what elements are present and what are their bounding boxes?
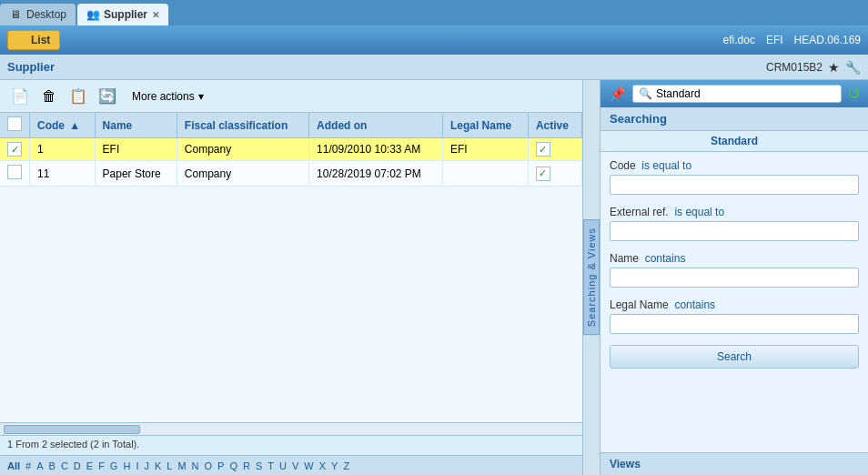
status-bar: 1 From 2 selected (2 in Total). (0, 435, 582, 455)
table-header-row: Code ▲ Name Fiscal classification Added … (0, 113, 582, 138)
alpha-d[interactable]: D (72, 460, 83, 471)
alpha-j[interactable]: J (142, 460, 151, 471)
col-active[interactable]: Active (528, 113, 581, 138)
new-button[interactable]: 📄 (7, 85, 33, 108)
alpha-v[interactable]: V (290, 460, 300, 471)
legal-name-label: Legal Name contains (610, 298, 859, 311)
alpha-s[interactable]: S (254, 460, 264, 471)
alpha-b[interactable]: B (47, 460, 57, 471)
refresh-list-button[interactable]: 🔄 (95, 85, 120, 108)
alpha-f[interactable]: F (96, 460, 106, 471)
alpha-hash[interactable]: # (24, 460, 33, 471)
search-button-label: Search (717, 350, 752, 363)
efi-label[interactable]: EFI (766, 34, 783, 46)
col-name[interactable]: Name (95, 113, 177, 138)
alpha-y[interactable]: Y (329, 460, 339, 471)
alpha-z[interactable]: Z (341, 460, 351, 471)
more-actions-label: More actions (132, 90, 195, 103)
alpha-h[interactable]: H (121, 460, 132, 471)
right-panel: 📌 🔍 ↺ Searching Standard Code is equal t… (600, 80, 868, 475)
select-all-checkbox[interactable] (7, 116, 22, 131)
table-row[interactable]: 11 Paper Store Company 10/28/2019 07:02 … (0, 161, 582, 187)
tab-supplier[interactable]: 👥 Supplier ✕ (77, 4, 168, 25)
sort-asc-icon: ▲ (69, 119, 80, 132)
legal-name-input[interactable] (610, 314, 859, 334)
row2-added: 10/28/2019 07:02 PM (309, 161, 443, 187)
name-label: Name contains (610, 252, 859, 265)
row2-checkbox[interactable] (7, 165, 22, 179)
alpha-g[interactable]: G (108, 460, 120, 471)
more-actions-button[interactable]: More actions ▾ (124, 85, 212, 108)
external-ref-operator-link[interactable]: is equal to (674, 206, 724, 218)
alpha-all[interactable]: All (5, 460, 22, 471)
col-legal-label: Legal Name (450, 119, 511, 132)
close-tab-icon[interactable]: ✕ (152, 10, 159, 20)
delete-button[interactable]: 🗑 (36, 85, 62, 108)
supplier-table: Code ▲ Name Fiscal classification Added … (0, 113, 582, 187)
col-added[interactable]: Added on (309, 113, 443, 138)
hscroll-bar[interactable] (0, 422, 582, 435)
code-input[interactable] (610, 175, 859, 195)
table-row[interactable]: ✓ 1 EFI Company 11/09/2010 10:33 AM EFI … (0, 138, 582, 161)
col-code[interactable]: Code ▲ (30, 113, 96, 138)
header-bar: ☰ List efi.doc EFI HEAD.06.169 (0, 25, 868, 55)
alpha-m[interactable]: M (176, 460, 187, 471)
search-button[interactable]: Search (610, 345, 859, 369)
tab-desktop[interactable]: 🖥 Desktop (0, 4, 76, 25)
col-code-label: Code (37, 119, 65, 132)
hscroll-thumb[interactable] (4, 425, 140, 434)
row1-name: EFI (95, 138, 177, 161)
list-button[interactable]: ☰ List (7, 30, 60, 50)
settings-icon[interactable]: 🔧 (845, 60, 861, 75)
main-content: 📄 🗑 📋 🔄 More actions ▾ (0, 80, 868, 475)
refresh-button[interactable]: ↺ (847, 84, 861, 104)
alpha-l[interactable]: L (165, 460, 174, 471)
col-legal[interactable]: Legal Name (442, 113, 528, 138)
row2-active-checkbox: ✓ (536, 167, 550, 181)
alpha-e[interactable]: E (85, 460, 95, 471)
row2-legal (442, 161, 528, 187)
copy-button[interactable]: 📋 (66, 85, 91, 108)
alpha-n[interactable]: N (190, 460, 201, 471)
alpha-x[interactable]: X (318, 460, 328, 471)
list-label: List (31, 34, 50, 46)
standard-subtitle: Standard (601, 131, 868, 152)
crm-id: CRM015B2 (766, 61, 823, 74)
alpha-k[interactable]: K (153, 460, 163, 471)
row1-select[interactable]: ✓ (0, 138, 30, 161)
col-select[interactable] (0, 113, 30, 138)
efi-doc-link[interactable]: efi.doc (723, 34, 755, 46)
row2-select[interactable] (0, 161, 30, 187)
pin-icon[interactable]: 📌 (608, 85, 627, 103)
alpha-r[interactable]: R (241, 460, 252, 471)
vertical-tab-searching[interactable]: Searching & Views (583, 219, 600, 335)
col-fiscal[interactable]: Fiscal classification (177, 113, 308, 138)
alpha-c[interactable]: C (59, 460, 70, 471)
row1-fiscal: Company (177, 138, 308, 161)
alpha-w[interactable]: W (302, 460, 315, 471)
alpha-o[interactable]: O (203, 460, 215, 471)
search-input[interactable] (656, 87, 835, 100)
name-operator-link[interactable]: contains (645, 252, 686, 265)
alpha-i[interactable]: I (134, 460, 140, 471)
searching-title: Searching (601, 107, 868, 131)
row1-checkbox[interactable]: ✓ (7, 142, 22, 157)
star-icon[interactable]: ★ (828, 60, 840, 75)
alpha-q[interactable]: Q (227, 460, 239, 471)
tab-supplier-label: Supplier (104, 8, 147, 21)
alpha-p[interactable]: P (216, 460, 226, 471)
col-active-label: Active (536, 119, 569, 132)
table-container: Code ▲ Name Fiscal classification Added … (0, 113, 582, 422)
legal-name-operator-link[interactable]: contains (674, 298, 715, 311)
views-section: Views (601, 452, 868, 475)
external-ref-input[interactable] (610, 221, 859, 241)
code-label-text: Code (610, 159, 636, 172)
alpha-t[interactable]: T (266, 460, 276, 471)
search-magnifier-icon: 🔍 (639, 87, 652, 100)
build-label: HEAD.06.169 (794, 34, 861, 46)
row1-code: 1 (30, 138, 96, 161)
code-operator-link[interactable]: is equal to (641, 159, 691, 172)
name-input[interactable] (610, 268, 859, 288)
alpha-a[interactable]: A (35, 460, 45, 471)
alpha-u[interactable]: U (278, 460, 288, 471)
